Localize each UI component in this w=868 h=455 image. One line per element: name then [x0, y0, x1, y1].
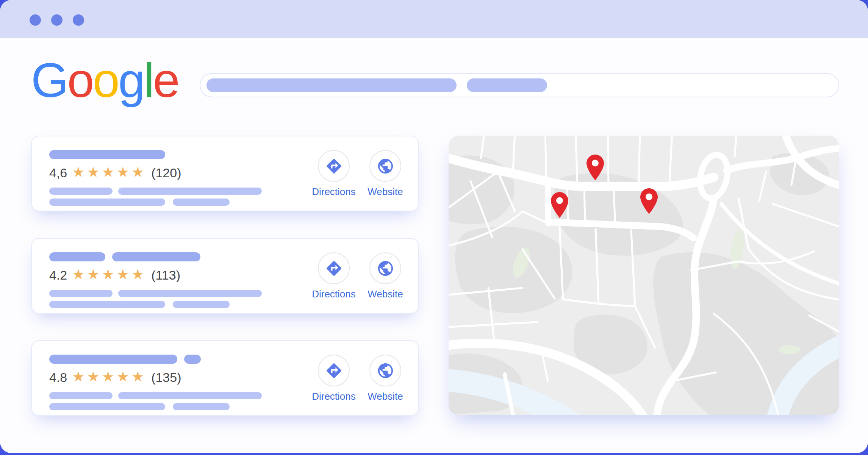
card-actions: DirectionsWebsite [316, 355, 403, 402]
action-circle [369, 150, 401, 182]
globe-icon [377, 157, 394, 175]
action-circle [318, 252, 350, 284]
directions-button[interactable]: Directions [316, 150, 352, 198]
window-control-dot[interactable] [51, 14, 63, 26]
review-count: (135) [151, 370, 181, 385]
action-circle [318, 150, 350, 182]
browser-topbar [0, 0, 868, 38]
window-controls [30, 14, 84, 26]
title-skeleton-bar [49, 355, 177, 364]
logo-letter: l [144, 53, 153, 107]
text-skeleton-row [49, 403, 418, 410]
map-illustration [449, 136, 839, 415]
globe-icon [377, 362, 394, 380]
text-skeleton-bar [49, 188, 113, 195]
search-input[interactable] [200, 73, 839, 97]
title-skeleton-bar [49, 150, 165, 159]
action-label: Website [368, 288, 403, 300]
text-skeleton-bar [49, 199, 165, 206]
review-count: (113) [151, 268, 180, 283]
directions-icon [325, 157, 343, 175]
globe-icon [377, 260, 394, 277]
action-circle [369, 355, 401, 386]
text-skeleton-bar [49, 301, 165, 308]
website-button[interactable]: Website [368, 252, 403, 300]
search-skeleton-pill [467, 78, 547, 92]
result-card: 4.8 ★★★★★ (135) DirectionsWebsite [31, 340, 419, 416]
website-button[interactable]: Website [368, 150, 403, 198]
action-label: Website [368, 186, 403, 198]
browser-window: Google 4,6 ★★★★★ (120) DirectionsWebsite… [0, 0, 868, 453]
action-label: Directions [312, 186, 356, 198]
map[interactable] [449, 136, 839, 415]
action-circle [318, 355, 350, 386]
text-skeleton-bar [118, 392, 262, 399]
text-skeleton-bar [49, 290, 113, 297]
review-count: (120) [151, 166, 181, 180]
results-list: 4,6 ★★★★★ (120) DirectionsWebsite 4.2 ★★… [31, 136, 419, 442]
rating-value: 4.8 [49, 370, 67, 385]
result-card: 4.2 ★★★★★ (113) DirectionsWebsite [31, 238, 419, 314]
text-skeleton-row [49, 301, 418, 308]
star-icons: ★★★★★ [72, 267, 146, 281]
rating-value: 4.2 [49, 268, 67, 283]
star-icons: ★★★★★ [72, 370, 146, 384]
text-skeleton-bar [49, 392, 113, 399]
directions-button[interactable]: Directions [316, 252, 352, 300]
text-skeleton-bar [173, 301, 230, 308]
logo-letter: e [153, 53, 178, 107]
logo-letter: o [67, 53, 93, 107]
text-skeleton-bar [173, 199, 230, 206]
directions-button[interactable]: Directions [316, 355, 352, 402]
directions-icon [325, 260, 343, 277]
text-skeleton-bar [118, 188, 262, 195]
card-actions: DirectionsWebsite [316, 252, 403, 300]
action-label: Directions [312, 288, 356, 300]
logo-letter: g [118, 53, 144, 107]
title-skeleton-bar [112, 252, 200, 261]
text-skeleton-row [49, 199, 418, 206]
action-circle [369, 252, 401, 284]
text-skeleton-bar [173, 403, 230, 410]
logo-letter: G [31, 53, 67, 107]
result-card: 4,6 ★★★★★ (120) DirectionsWebsite [31, 136, 419, 211]
action-label: Directions [312, 391, 356, 402]
window-control-dot[interactable] [30, 14, 41, 26]
card-actions: DirectionsWebsite [316, 150, 403, 198]
title-skeleton-bar [184, 355, 201, 364]
rating-value: 4,6 [49, 166, 67, 180]
directions-icon [325, 362, 343, 380]
text-skeleton-bar [118, 290, 262, 297]
google-logo[interactable]: Google [31, 56, 178, 105]
logo-letter: o [93, 53, 118, 107]
star-icons: ★★★★★ [72, 165, 146, 179]
title-skeleton-bar [49, 252, 105, 261]
action-label: Website [368, 391, 403, 402]
search-skeleton-pill [206, 78, 457, 92]
website-button[interactable]: Website [368, 355, 403, 402]
page-background: Google 4,6 ★★★★★ (120) DirectionsWebsite… [0, 0, 868, 455]
text-skeleton-bar [49, 403, 165, 410]
window-control-dot[interactable] [73, 14, 84, 26]
